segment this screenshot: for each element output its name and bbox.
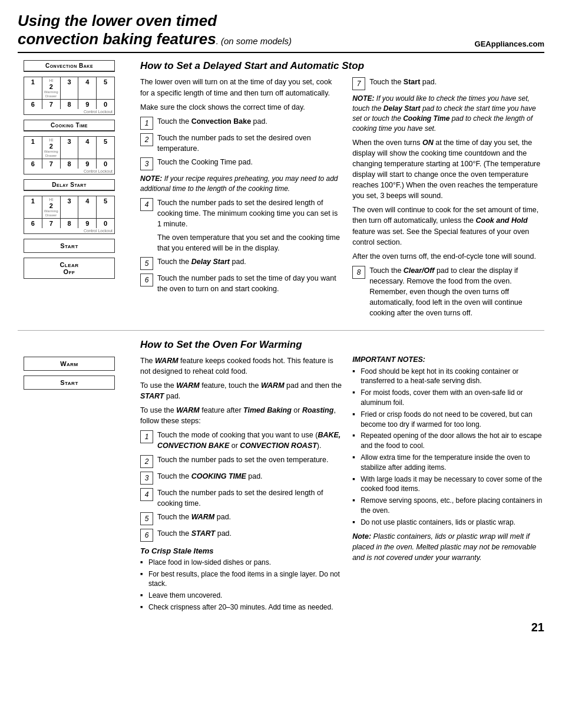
section-divider — [18, 330, 544, 331]
section1-left-col: The lower oven will turn on at the time … — [140, 77, 342, 321]
numpad-cell-7: 7 — [42, 100, 61, 109]
delay-start-pad: Delay Start — [24, 179, 115, 191]
s2-step-1: 1 Touch the mode of cooking that you wan… — [140, 430, 342, 451]
important-bullet-3: Fried or crisp foods do not need to be c… — [352, 410, 544, 430]
clear-off-pad: ClearOff — [24, 258, 115, 279]
s2-step-num-5: 5 — [140, 512, 153, 525]
crisp-title: To Crisp Stale Items — [140, 546, 342, 555]
s2-step-text-6: Touch the START pad. — [157, 528, 342, 539]
step-4: 4 Touch the number pads to set the desir… — [140, 197, 342, 229]
step-text-3: Touch the Cooking Time pad. — [157, 157, 342, 167]
section2-two-col: The WARM feature keeps cooked foods hot.… — [140, 355, 544, 615]
section1-right-col: 7 Touch the Start pad. NOTE: If you woul… — [352, 77, 544, 321]
convection-bake-pad: Convection Bake — [24, 60, 115, 72]
section-delayed-start: Convection Bake 1 HI2Warming Drawer 3 4 … — [18, 60, 544, 321]
s2-step-4: 4 Touch the number pads to set the desir… — [140, 487, 342, 509]
step-3: 3 Touch the Cooking Time pad. — [140, 157, 342, 170]
page-number: 21 — [18, 621, 544, 634]
s2-step-text-2: Touch the number pads to set the oven te… — [157, 454, 342, 465]
step-num-3: 3 — [140, 157, 153, 170]
section-warming: Warm Start How to Set the Oven For Warmi… — [18, 339, 544, 615]
numpad-cell-1: 1 — [24, 77, 42, 99]
start-pad: Start — [24, 239, 115, 253]
s2-step-5: 5 Touch the WARM pad. — [140, 512, 342, 525]
numpad3-cell-7: 7 — [42, 219, 61, 228]
step-num-8: 8 — [352, 266, 365, 279]
step-6: 6 Touch the number pads to set the time … — [140, 273, 342, 294]
start-label-2: Start — [60, 379, 78, 386]
important-bullet-4: Repeated opening of the door allows the … — [352, 431, 544, 451]
s2-step-6: 6 Touch the START pad. — [140, 528, 342, 542]
numpad-cell-9: 9 — [78, 100, 97, 109]
important-bullets: Food should be kept hot in its cooking c… — [352, 367, 544, 528]
convection-bake-label: Convection Bake — [24, 61, 114, 71]
numpad2-cell-1: 1 — [24, 137, 42, 159]
cooking-time-pad: Cooking Time — [24, 120, 115, 131]
section1-intro2: Make sure the clock shows the correct ti… — [140, 102, 342, 113]
important-bullet-5: Allow extra time for the temperature ins… — [352, 453, 544, 473]
crisp-bullet-2: For best results, place the food items i… — [140, 569, 342, 589]
step-text-5: Touch the Delay Start pad. — [157, 256, 342, 267]
page-header: Using the lower oven timed convection ba… — [18, 12, 544, 53]
warming-right-panel: How to Set the Oven For Warming The WARM… — [140, 339, 544, 615]
s2-intro2: To use the WARM feature, touch the WARM … — [140, 380, 342, 401]
step-num-5: 5 — [140, 257, 153, 270]
section2-right-col: IMPORTANT NOTES: Food should be kept hot… — [352, 355, 544, 615]
numpad3-cell-6: 6 — [24, 219, 42, 228]
s2-step-text-3: Touch the COOKING TIME pad. — [157, 471, 342, 482]
warm-pad: Warm — [24, 357, 115, 371]
s2-step-3: 3 Touch the COOKING TIME pad. — [140, 471, 342, 485]
numpad2-cell-5: 5 — [97, 137, 114, 159]
right-content-panel: How to Set a Delayed Start and Automatic… — [140, 60, 544, 321]
page-title: Using the lower oven timed convection ba… — [18, 12, 292, 48]
numpad2-cell-4: 4 — [78, 137, 97, 159]
section1-intro1: The lower oven will turn on at the time … — [140, 77, 342, 98]
step-5: 5 Touch the Delay Start pad. — [140, 256, 342, 270]
numpad-cell-6: 6 — [24, 100, 42, 109]
numpad2-cell-0: 0 — [97, 159, 114, 169]
numpad-cell-5: 5 — [97, 77, 114, 99]
numpad-cell-8: 8 — [61, 100, 79, 109]
note-plastic: Note: Plastic containers, lids or plasti… — [352, 531, 544, 563]
s2-step-2: 2 Touch the number pads to set the oven … — [140, 454, 342, 468]
s2-step-text-1: Touch the mode of cooking that you want … — [157, 430, 342, 451]
important-bullet-1: Food should be kept hot in its cooking c… — [352, 367, 544, 387]
important-bullet-2: For moist foods, cover them with an oven… — [352, 388, 544, 408]
s2-intro3: To use the WARM feature after Timed Baki… — [140, 405, 342, 426]
numpad-cell-4: 4 — [78, 77, 97, 99]
note-preheating: NOTE: If your recipe requires preheating… — [140, 174, 342, 194]
numpad2-cell-2: HI2Warming Drawer — [42, 137, 61, 159]
note-check-times: NOTE: If you would like to check the tim… — [352, 94, 544, 133]
numpad-cell-3: 3 — [61, 77, 79, 99]
important-bullet-6: With large loads it may be necessary to … — [352, 475, 544, 495]
step-text-2: Touch the number pads to set the desired… — [157, 133, 342, 154]
numpad-bottom-row-1: 6 7 8 9 0 — [24, 100, 114, 109]
step-text-4: Touch the number pads to set the desired… — [157, 197, 342, 229]
numpad-2: 1 HI2Warming Drawer 3 4 5 6 7 8 9 0 Cont… — [24, 136, 115, 174]
s2-step-num-3: 3 — [140, 472, 153, 485]
step-2: 2 Touch the number pads to set the desir… — [140, 133, 342, 154]
numpad-1: 1 HI2Warming Drawer 3 4 5 6 7 8 9 0 Cont… — [24, 77, 115, 115]
numpad3-bottom-row: 6 7 8 9 0 — [24, 219, 114, 228]
numpad-cell-0: 0 — [97, 100, 114, 109]
section2-left-col: The WARM feature keeps cooked foods hot.… — [140, 355, 342, 615]
cooking-time-label: Cooking Time — [24, 120, 114, 131]
numpad3-cell-5: 5 — [97, 196, 114, 218]
website-link: GEAppliances.com — [475, 39, 544, 48]
step-text-7: Touch the Start pad. — [369, 77, 544, 87]
numpad3-cell-1: 1 — [24, 196, 42, 218]
control-lockout-label: Control Lockout — [24, 109, 114, 114]
s2-step-num-1: 1 — [140, 430, 153, 443]
step-num-4: 4 — [140, 198, 153, 211]
title-subtitle: . (on some models) — [216, 36, 292, 46]
numpad2-cell-8: 8 — [61, 159, 79, 169]
numpad2-cell-7: 7 — [42, 159, 61, 169]
s2-step-text-4: Touch the number pads to set the desired… — [157, 487, 342, 509]
step-4-indent: The oven temperature that you set and th… — [157, 232, 342, 253]
s2-step-num-4: 4 — [140, 488, 153, 501]
numpad2-cell-3: 3 — [61, 137, 79, 159]
step-text-8: Touch the Clear/Off pad to clear the dis… — [369, 265, 544, 319]
crisp-bullet-1: Place food in low-sided dishes or pans. — [140, 558, 342, 568]
delay-start-label: Delay Start — [24, 180, 114, 190]
step-text-1: Touch the Convection Bake pad. — [157, 116, 342, 127]
